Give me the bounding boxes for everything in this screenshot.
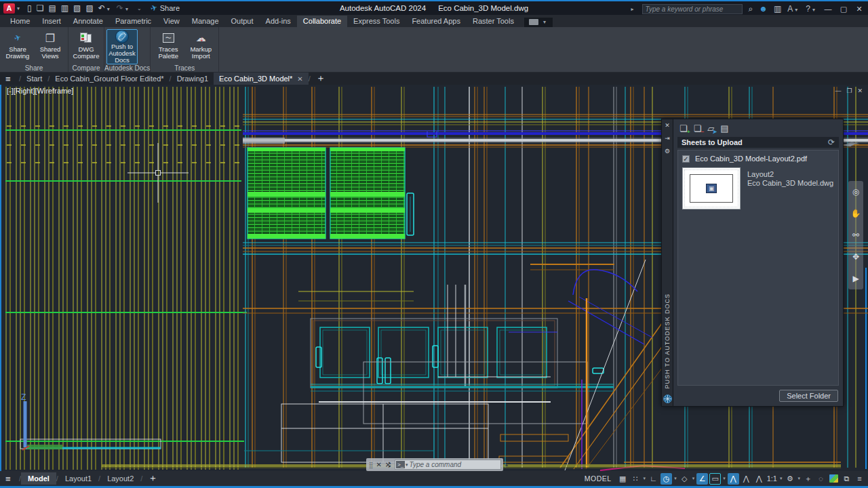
tab-manage[interactable]: Manage <box>186 16 225 27</box>
osnap-caret-icon[interactable]: ▾ <box>723 476 726 481</box>
markup-import-button[interactable]: ☁⇣ Markup Import <box>185 29 216 64</box>
file-tab-eco-cabin-3d[interactable]: Eco Cabin_3D Model* ✕ <box>214 73 309 85</box>
maximize-icon[interactable]: ▢ <box>839 5 848 14</box>
app-logo[interactable]: A <box>3 3 15 14</box>
new-layout-button[interactable]: ＋ <box>148 472 157 485</box>
autoscale-icon[interactable]: ⋀ <box>741 473 752 485</box>
tab-collaborate[interactable]: Collaborate <box>297 16 347 27</box>
tab-express-tools[interactable]: Express Tools <box>347 16 406 27</box>
undo-icon[interactable]: ↶▾ <box>98 3 112 13</box>
snap-caret-icon[interactable]: ▾ <box>644 476 646 481</box>
tab-insert[interactable]: Insert <box>36 16 67 27</box>
customization-plus-icon[interactable]: ＋ <box>802 473 814 485</box>
status-customize-icon[interactable]: ≡ <box>854 473 865 485</box>
redo-icon[interactable]: ↷▾ <box>117 3 130 13</box>
autodesk-account-icon[interactable]: A▾ <box>787 4 800 14</box>
shared-views-button[interactable]: ❐ Shared Views <box>35 29 66 64</box>
layout-tab-layout2[interactable]: Layout2 <box>100 472 140 485</box>
tab-raster-tools[interactable]: Raster Tools <box>467 16 520 27</box>
select-folder-button[interactable]: Select Folder <box>779 390 838 402</box>
file-tab-ground-floor[interactable]: Eco Cabin_Ground Floor Edited* <box>50 73 169 84</box>
add-sheets-icon[interactable]: ❏+ <box>679 123 688 134</box>
sheet-list[interactable]: ✓ Eco Cabin_3D Model-Layout2.pdf ▣ Layou… <box>677 150 839 386</box>
save-as-icon[interactable]: ▥ <box>61 3 68 13</box>
tab-parametric[interactable]: Parametric <box>109 16 157 27</box>
graphics-performance-icon[interactable] <box>828 473 840 485</box>
model-space-indicator[interactable]: MODEL <box>585 474 612 483</box>
file-tab-drawing1[interactable]: Drawing1 <box>172 73 214 84</box>
polar-caret-icon[interactable]: ▾ <box>674 476 677 481</box>
viewcube[interactable] <box>841 140 861 148</box>
push-to-autodesk-docs-button[interactable]: Push to Autodesk Docs <box>106 29 138 64</box>
open-icon[interactable]: ❏ <box>37 3 44 13</box>
annotation-visibility-icon[interactable]: ⋀ <box>728 473 739 485</box>
customize-wrench-icon[interactable]: ⚒ <box>384 462 392 468</box>
palette-autohide-icon[interactable]: ⇥ <box>665 135 670 142</box>
isodraft-icon[interactable]: ◇ <box>679 473 690 485</box>
traces-palette-button[interactable]: 〜 Traces Palette <box>153 29 184 64</box>
layout-menu-icon[interactable]: ≡ <box>5 474 19 484</box>
qat-customize-icon[interactable]: ⌄ <box>137 5 142 12</box>
group-label-traces[interactable]: Traces <box>151 64 218 73</box>
share-button[interactable]: ✈ Share <box>151 3 180 13</box>
app-store-icon[interactable]: ▥ <box>774 4 781 14</box>
remove-sheets-icon[interactable]: ❏− <box>694 123 702 134</box>
help-icon[interactable]: ?▾ <box>806 4 817 14</box>
share-drawing-button[interactable]: ✈ Share Drawing <box>2 29 33 64</box>
doc-close-icon[interactable]: ✕ <box>857 87 863 94</box>
steering-wheel-icon[interactable]: ◎ <box>852 187 859 197</box>
new-drawing-icon[interactable]: ▯ <box>27 3 32 13</box>
tab-close-icon[interactable]: ✕ <box>297 75 302 83</box>
sign-in-icon[interactable]: ☻ <box>759 4 768 14</box>
recent-commands-caret-icon[interactable]: ▾ <box>406 462 408 468</box>
polar-tracking-icon[interactable]: ◷ <box>660 473 672 485</box>
palette-close-icon[interactable]: ✕ <box>665 122 670 129</box>
viewport-controls[interactable]: [-][Right][Wireframe] <box>7 87 73 95</box>
tab-add-ins[interactable]: Add-ins <box>260 16 297 27</box>
command-close-icon[interactable]: ✕ <box>376 461 382 468</box>
dwg-compare-button[interactable]: DWG Compare <box>71 29 102 64</box>
tab-annotate[interactable]: Annotate <box>67 16 109 27</box>
keyword-search-input[interactable] <box>642 4 743 14</box>
doc-restore-icon[interactable]: ❐ <box>846 87 852 94</box>
orbit-icon[interactable]: ✥ <box>852 252 859 262</box>
clean-screen-icon[interactable]: ⧉ <box>841 473 852 485</box>
minimize-icon[interactable]: — <box>823 5 833 13</box>
sheet-checkbox[interactable]: ✓ <box>682 155 690 163</box>
save-sheet-list-icon[interactable]: ▤ <box>720 123 728 134</box>
tab-home[interactable]: Home <box>4 16 36 27</box>
isodraft-caret-icon[interactable]: ▾ <box>692 476 695 481</box>
group-label-share[interactable]: Share <box>0 64 68 73</box>
plot-icon[interactable]: ▧ <box>73 3 81 13</box>
isolate-objects-icon[interactable]: ◌ <box>815 473 827 485</box>
drag-grip-icon[interactable]: ⣿ <box>369 462 373 468</box>
command-line-bar[interactable]: ⣿ ✕ ⚒ >_ ▾ ▲ <box>366 458 503 471</box>
workspace-gear-icon[interactable]: ⚙ <box>784 473 795 485</box>
navigation-bar[interactable]: ◎ ✋ ⚯ ✥ ▶ <box>848 181 863 289</box>
workspace-caret-icon[interactable]: ▾ <box>797 476 800 481</box>
showmotion-icon[interactable]: ▶ <box>852 274 859 283</box>
grid-toggle-icon[interactable]: ▦ <box>617 473 629 485</box>
scale-value[interactable]: 1:1 <box>766 473 778 485</box>
command-input[interactable] <box>410 461 500 468</box>
doc-minimize-icon[interactable]: — <box>835 87 841 94</box>
tab-view[interactable]: View <box>157 16 186 27</box>
refresh-icon[interactable]: ⟳ <box>828 138 835 147</box>
save-icon[interactable]: ▤ <box>48 3 56 13</box>
file-tabs-menu-icon[interactable]: ≡ <box>5 74 19 84</box>
pan-icon[interactable]: ✋ <box>851 209 861 218</box>
dynamic-input-icon[interactable]: ▭ <box>709 473 721 485</box>
new-drawing-tab-button[interactable]: ＋ <box>316 73 326 85</box>
palette-properties-icon[interactable]: ⚙ <box>665 148 670 155</box>
sheet-row[interactable]: ✓ Eco Cabin_3D Model-Layout2.pdf <box>682 155 834 163</box>
layout-tab-model[interactable]: Model <box>21 472 56 485</box>
close-icon[interactable]: ✕ <box>854 5 864 14</box>
search-icon[interactable]: ⌕ <box>749 4 753 14</box>
sheet-thumbnail[interactable]: ▣ <box>682 167 741 209</box>
app-menu-caret-icon[interactable]: ▾ <box>17 5 20 12</box>
ribbon-display-toggle[interactable]: ▾ <box>524 18 553 27</box>
search-expand-icon[interactable]: ▸ <box>631 6 634 12</box>
ortho-toggle-icon[interactable]: ∟ <box>648 473 659 485</box>
object-snap-tracking-icon[interactable]: ∠ <box>696 473 708 485</box>
command-history-caret-icon[interactable]: ▲ <box>505 462 509 467</box>
